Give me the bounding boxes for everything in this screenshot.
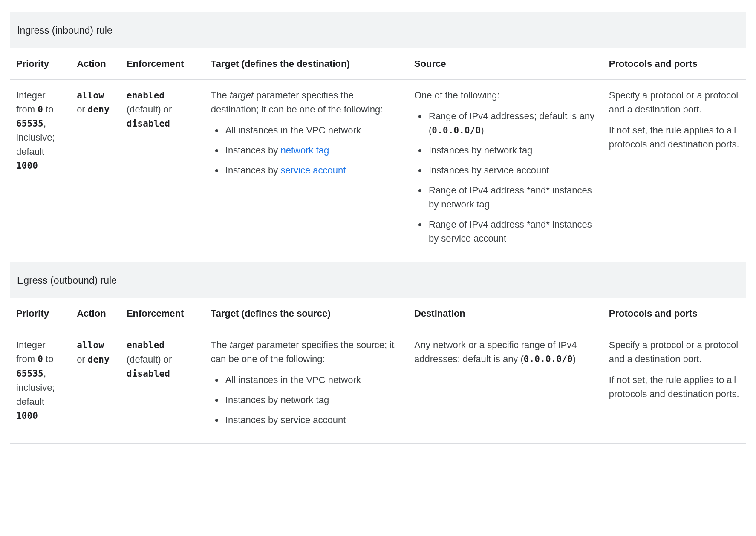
ingress-target-list: All instances in the VPC network Instanc…: [211, 123, 402, 177]
ingress-protocols-cell: Specify a protocol or a protocol and a d…: [603, 79, 746, 262]
ingress-action-cell: allow or deny: [71, 79, 121, 262]
col-action: Action: [71, 48, 121, 80]
ingress-title-row: Ingress (inbound) rule: [10, 12, 746, 48]
egress-title: Egress (outbound) rule: [10, 262, 746, 298]
target-service-account: Instances by service account: [224, 413, 402, 427]
priority-default: 1000: [16, 411, 38, 421]
col-priority: Priority: [10, 298, 71, 329]
target-italic: target: [230, 90, 254, 101]
ingress-column-headers: Priority Action Enforcement Target (defi…: [10, 48, 746, 80]
col-protocols: Protocols and ports: [603, 48, 746, 80]
target-network-tag: Instances by network tag: [224, 393, 402, 407]
egress-target-cell: The target parameter specifies the sourc…: [205, 329, 408, 444]
egress-column-headers: Priority Action Enforcement Target (defi…: [10, 298, 746, 329]
target-network-tag: Instances by network tag: [224, 143, 402, 157]
action-allow: allow: [77, 340, 104, 350]
egress-protocols-cell: Specify a protocol or a protocol and a d…: [603, 329, 746, 444]
egress-action-cell: allow or deny: [71, 329, 121, 444]
enforcement-disabled: disabled: [127, 369, 170, 379]
ingress-enforcement-cell: enabled (default) or disabled: [121, 79, 205, 262]
egress-target-list: All instances in the VPC network Instanc…: [211, 373, 402, 427]
protocols-p2: If not set, the rule applies to all prot…: [609, 123, 740, 151]
ingress-source-list: Range of IPv4 addresses; default is any …: [414, 109, 597, 245]
service-account-link[interactable]: service account: [280, 165, 346, 176]
ingress-target-cell: The target parameter specifies the desti…: [205, 79, 408, 262]
egress-title-row: Egress (outbound) rule: [10, 262, 746, 298]
action-allow: allow: [77, 90, 104, 101]
source-ipv4-default: 0.0.0.0/0: [432, 125, 481, 135]
target-all-instances: All instances in the VPC network: [224, 373, 402, 387]
ingress-row: Integer from 0 to 65535, inclusive; defa…: [10, 79, 746, 262]
destination-default: 0.0.0.0/0: [524, 354, 573, 364]
col-destination: Destination: [408, 298, 603, 329]
enforcement-enabled: enabled: [127, 90, 164, 101]
col-target: Target (defines the source): [205, 298, 408, 329]
col-priority: Priority: [10, 48, 71, 80]
priority-min: 0: [38, 354, 43, 364]
priority-max: 65535: [16, 118, 43, 129]
col-source: Source: [408, 48, 603, 80]
source-network-tag: Instances by network tag: [427, 143, 597, 157]
egress-priority-cell: Integer from 0 to 65535, inclusive; defa…: [10, 329, 71, 444]
priority-max: 65535: [16, 369, 43, 379]
source-service-account: Instances by service account: [427, 163, 597, 177]
protocols-p2: If not set, the rule applies to all prot…: [609, 373, 740, 401]
source-ipv4: Range of IPv4 addresses; default is any …: [427, 109, 597, 137]
action-deny: deny: [88, 354, 110, 365]
col-enforcement: Enforcement: [121, 48, 205, 80]
ingress-priority-cell: Integer from 0 to 65535, inclusive; defa…: [10, 79, 71, 262]
col-protocols: Protocols and ports: [603, 298, 746, 329]
enforcement-enabled: enabled: [127, 340, 164, 350]
egress-row: Integer from 0 to 65535, inclusive; defa…: [10, 329, 746, 444]
target-all-instances: All instances in the VPC network: [224, 123, 402, 137]
col-action: Action: [71, 298, 121, 329]
priority-default: 1000: [16, 161, 38, 171]
target-service-account: Instances by service account: [224, 163, 402, 177]
ingress-title: Ingress (inbound) rule: [10, 12, 746, 48]
ingress-source-cell: One of the following: Range of IPv4 addr…: [408, 79, 603, 262]
egress-destination-cell: Any network or a specific range of IPv4 …: [408, 329, 603, 444]
protocols-p1: Specify a protocol or a protocol and a d…: [609, 338, 740, 366]
egress-enforcement-cell: enabled (default) or disabled: [121, 329, 205, 444]
col-target: Target (defines the destination): [205, 48, 408, 80]
action-deny: deny: [88, 104, 110, 115]
network-tag-link[interactable]: network tag: [280, 145, 329, 156]
firewall-rules-table: Ingress (inbound) rule Priority Action E…: [10, 12, 746, 444]
source-ipv4-and-tag: Range of IPv4 address *and* instances by…: [427, 183, 597, 211]
source-ipv4-and-sa: Range of IPv4 address *and* instances by…: [427, 217, 597, 245]
source-intro: One of the following:: [414, 88, 597, 102]
protocols-p1: Specify a protocol or a protocol and a d…: [609, 88, 740, 116]
priority-min: 0: [38, 104, 43, 115]
enforcement-disabled: disabled: [127, 118, 170, 129]
col-enforcement: Enforcement: [121, 298, 205, 329]
target-italic: target: [230, 340, 254, 350]
